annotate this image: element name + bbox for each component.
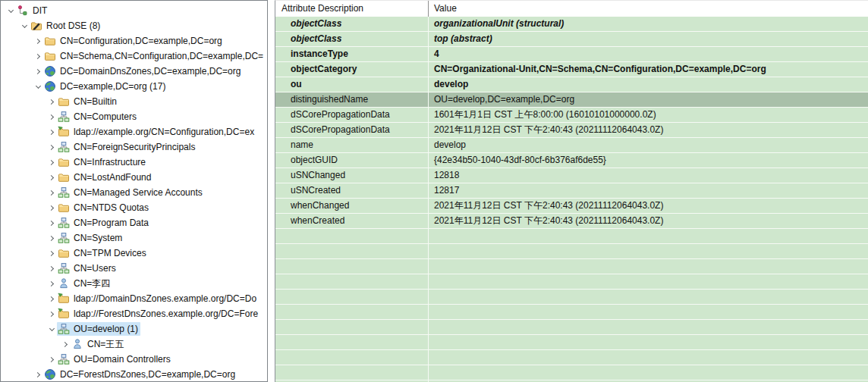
chevron-down-icon[interactable]: [19, 18, 30, 33]
chevron-right-icon[interactable]: [46, 291, 57, 306]
attribute-row-empty[interactable]: [275, 305, 868, 320]
attribute-row-empty[interactable]: [275, 244, 868, 259]
chevron-right-icon[interactable]: [33, 367, 43, 382]
attribute-row[interactable]: instanceType4: [275, 47, 868, 62]
chevron-right-icon[interactable]: [33, 33, 43, 49]
attribute-row[interactable]: dSCorePropagationData2021年11月12日 CST 下午2…: [275, 123, 868, 138]
chevron-down-icon[interactable]: [33, 79, 43, 94]
tree-item[interactable]: DC=DomainDnsZones,DC=example,DC=org: [1, 64, 267, 79]
attribute-row[interactable]: objectCategoryCN=Organizational-Unit,CN=…: [275, 62, 868, 77]
tree-item[interactable]: CN=System: [1, 230, 267, 246]
attribute-name-cell: [275, 229, 429, 243]
folder-icon: [58, 247, 70, 259]
chevron-right-icon[interactable]: [46, 352, 57, 367]
attribute-row-empty[interactable]: [275, 350, 868, 365]
tree-item-body: DC=example,DC=org (17): [43, 80, 168, 93]
tree-item[interactable]: CN=NTDS Quotas: [1, 200, 267, 215]
tree-item[interactable]: ldap://ForestDnsZones.example.org/DC=For…: [1, 306, 267, 321]
attribute-row[interactable]: oudevelop: [275, 77, 868, 92]
tree-item[interactable]: ldap://DomainDnsZones.example.org/DC=Do: [1, 291, 267, 306]
attribute-row[interactable]: objectGUID{42e34b50-1040-43df-80cf-6b376…: [275, 153, 868, 168]
chevron-right-icon[interactable]: [46, 109, 57, 124]
tree-item[interactable]: ldap://example.org/CN=Configuration,DC=e…: [1, 124, 267, 139]
attribute-row[interactable]: dSCorePropagationData1601年1月1日 CST 上午8:0…: [275, 108, 868, 123]
tree-item-label: ldap://DomainDnsZones.example.org/DC=Do: [74, 293, 256, 304]
attribute-value-cell: 12817: [429, 183, 868, 198]
attribute-name-cell: whenCreated: [275, 214, 429, 228]
chevron-down-icon[interactable]: [5, 3, 16, 18]
tree-item-label: CN=Schema,CN=Configuration,DC=example,DC…: [60, 51, 263, 61]
attribute-value-cell: [429, 350, 868, 365]
tree-item[interactable]: CN=Users: [1, 261, 267, 276]
tree-item[interactable]: CN=Computers: [1, 109, 267, 124]
chevron-down-icon[interactable]: [46, 321, 57, 337]
chevron-right-icon[interactable]: [46, 230, 57, 246]
attribute-row[interactable]: objectClassorganizationalUnit (structura…: [275, 17, 868, 32]
column-header-attribute-description[interactable]: Attribute Description: [275, 1, 429, 17]
chevron-right-icon[interactable]: [46, 215, 57, 230]
tree-item-label: Root DSE (8): [46, 20, 100, 31]
chevron-glyph: [34, 53, 39, 58]
tree-item[interactable]: Root DSE (8): [1, 18, 267, 33]
chevron-glyph: [48, 159, 53, 164]
tree-item[interactable]: OU=Domain Controllers: [1, 352, 267, 367]
attribute-row[interactable]: distinguishedNameOU=develop,DC=example,D…: [275, 92, 868, 108]
attribute-row[interactable]: whenCreated2021年11月12日 CST 下午2:40:43 (20…: [275, 214, 868, 229]
attribute-row[interactable]: uSNCreated12817: [275, 183, 868, 199]
attribute-row[interactable]: objectClasstop (abstract): [275, 32, 868, 47]
chevron-right-icon[interactable]: [46, 306, 57, 321]
chevron-right-icon[interactable]: [33, 49, 43, 64]
attribute-row-empty[interactable]: [275, 365, 868, 380]
chevron-right-icon[interactable]: [46, 155, 57, 170]
chevron-glyph: [48, 144, 53, 149]
tree-item[interactable]: CN=Builtin: [1, 94, 267, 109]
tree-item[interactable]: DC=example,DC=org (17): [1, 79, 267, 94]
tree-item[interactable]: CN=Infrastructure: [1, 155, 267, 170]
tree-item[interactable]: CN=LostAndFound: [1, 170, 267, 185]
tree-item[interactable]: DC=ForestDnsZones,DC=example,DC=org: [1, 367, 267, 382]
chevron-right-icon[interactable]: [46, 246, 57, 261]
chevron-right-icon[interactable]: [46, 276, 57, 291]
chevron-right-icon[interactable]: [33, 64, 43, 79]
chevron-right-icon[interactable]: [46, 139, 57, 155]
attribute-row-empty[interactable]: [275, 274, 868, 290]
chevron-right-icon[interactable]: [46, 261, 57, 276]
tree-item[interactable]: OU=develop (1): [1, 321, 267, 337]
chevron-right-icon[interactable]: [46, 170, 57, 185]
chevron-glyph: [8, 7, 13, 12]
tree-item[interactable]: CN=ForeignSecurityPrincipals: [1, 139, 267, 155]
attribute-name-cell: [275, 305, 429, 319]
attribute-name-cell: uSNChanged: [275, 168, 429, 183]
attribute-row[interactable]: uSNChanged12818: [275, 168, 868, 183]
tree-item[interactable]: CN=Managed Service Accounts: [1, 185, 267, 200]
tree-item[interactable]: CN=李四: [1, 276, 267, 291]
chevron-right-icon[interactable]: [46, 185, 57, 200]
attribute-row[interactable]: namedevelop: [275, 138, 868, 153]
tree-item[interactable]: CN=TPM Devices: [1, 246, 267, 261]
attribute-row-empty[interactable]: [275, 229, 868, 244]
attribute-row-empty[interactable]: [275, 259, 868, 274]
attribute-value-cell: 1601年1月1日 CST 上午8:00:00 (16010101000000.…: [429, 108, 868, 122]
chevron-right-icon[interactable]: [46, 94, 57, 109]
chevron-right-icon[interactable]: [46, 124, 57, 139]
attribute-row-empty[interactable]: [275, 290, 868, 305]
attribute-row-empty[interactable]: [275, 335, 868, 350]
tree-item[interactable]: CN=Program Data: [1, 215, 267, 230]
tree-item-label: OU=Domain Controllers: [74, 354, 171, 365]
attribute-name-cell: objectClass: [275, 17, 429, 31]
attribute-row[interactable]: whenChanged2021年11月12日 CST 下午2:40:43 (20…: [275, 199, 868, 214]
tree-item-body: CN=TPM Devices: [57, 246, 149, 260]
column-header-value[interactable]: Value: [429, 1, 868, 17]
attribute-row-empty[interactable]: [275, 320, 868, 335]
tree-item[interactable]: CN=Schema,CN=Configuration,DC=example,DC…: [1, 49, 267, 64]
chevron-glyph: [48, 174, 53, 180]
tree-item-body: OU=Domain Controllers: [57, 352, 173, 366]
chevron-right-icon[interactable]: [60, 337, 71, 352]
folder-icon: [58, 156, 70, 168]
attribute-name-cell: objectGUID: [275, 153, 429, 168]
tree-item[interactable]: DIT: [1, 3, 267, 18]
chevron-glyph: [49, 325, 54, 330]
tree-item[interactable]: CN=Configuration,DC=example,DC=org: [1, 33, 267, 49]
chevron-right-icon[interactable]: [46, 200, 57, 215]
tree-item[interactable]: CN=王五: [1, 337, 267, 352]
